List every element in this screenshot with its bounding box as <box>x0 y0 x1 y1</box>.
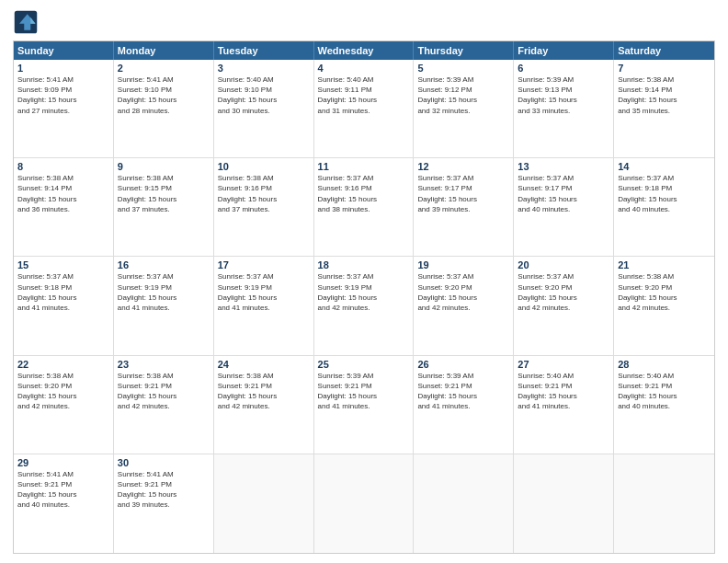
calendar-row: 22Sunrise: 5:38 AM Sunset: 9:20 PM Dayli… <box>14 356 714 454</box>
day-number: 25 <box>318 359 410 370</box>
day-info: Sunrise: 5:41 AM Sunset: 9:10 PM Dayligh… <box>118 75 210 116</box>
header-sunday: Sunday <box>14 41 114 60</box>
day-number: 18 <box>318 259 410 270</box>
day-number: 5 <box>417 63 509 74</box>
day-info: Sunrise: 5:38 AM Sunset: 9:15 PM Dayligh… <box>118 173 210 214</box>
day-info: Sunrise: 5:38 AM Sunset: 9:21 PM Dayligh… <box>118 371 210 412</box>
calendar-cell <box>514 454 614 553</box>
calendar-cell: 7Sunrise: 5:38 AM Sunset: 9:14 PM Daylig… <box>614 60 714 157</box>
calendar-cell: 13Sunrise: 5:37 AM Sunset: 9:17 PM Dayli… <box>514 158 614 256</box>
day-number: 24 <box>218 359 310 370</box>
calendar: Sunday Monday Tuesday Wednesday Thursday… <box>13 40 715 554</box>
day-info: Sunrise: 5:38 AM Sunset: 9:16 PM Dayligh… <box>218 173 310 214</box>
day-info: Sunrise: 5:39 AM Sunset: 9:21 PM Dayligh… <box>318 371 410 412</box>
day-number: 2 <box>118 63 210 74</box>
calendar-cell: 19Sunrise: 5:37 AM Sunset: 9:20 PM Dayli… <box>414 257 514 354</box>
day-info: Sunrise: 5:40 AM Sunset: 9:21 PM Dayligh… <box>618 371 711 412</box>
day-info: Sunrise: 5:37 AM Sunset: 9:17 PM Dayligh… <box>417 173 509 214</box>
day-number: 3 <box>218 63 310 74</box>
calendar-body: 1Sunrise: 5:41 AM Sunset: 9:09 PM Daylig… <box>14 60 714 553</box>
calendar-cell: 25Sunrise: 5:39 AM Sunset: 9:21 PM Dayli… <box>314 356 415 454</box>
day-number: 12 <box>417 161 509 172</box>
calendar-cell: 18Sunrise: 5:37 AM Sunset: 9:19 PM Dayli… <box>314 257 415 354</box>
calendar-cell: 15Sunrise: 5:37 AM Sunset: 9:18 PM Dayli… <box>14 257 114 354</box>
calendar-header: Sunday Monday Tuesday Wednesday Thursday… <box>14 41 714 60</box>
day-number: 10 <box>218 161 310 172</box>
day-info: Sunrise: 5:40 AM Sunset: 9:10 PM Dayligh… <box>218 75 310 116</box>
day-info: Sunrise: 5:37 AM Sunset: 9:19 PM Dayligh… <box>118 271 210 313</box>
header-friday: Friday <box>514 41 614 60</box>
calendar-cell: 6Sunrise: 5:39 AM Sunset: 9:13 PM Daylig… <box>514 60 614 157</box>
day-number: 22 <box>17 359 109 370</box>
day-number: 8 <box>17 161 109 172</box>
day-info: Sunrise: 5:37 AM Sunset: 9:18 PM Dayligh… <box>618 173 711 214</box>
day-number: 15 <box>17 259 109 270</box>
calendar-cell: 29Sunrise: 5:41 AM Sunset: 9:21 PM Dayli… <box>14 454 114 553</box>
calendar-row: 29Sunrise: 5:41 AM Sunset: 9:21 PM Dayli… <box>14 454 714 553</box>
calendar-cell: 11Sunrise: 5:37 AM Sunset: 9:16 PM Dayli… <box>314 158 415 256</box>
logo-icon <box>13 9 39 35</box>
day-number: 1 <box>17 63 109 74</box>
calendar-cell: 2Sunrise: 5:41 AM Sunset: 9:10 PM Daylig… <box>114 60 214 157</box>
day-number: 19 <box>417 259 509 270</box>
day-info: Sunrise: 5:41 AM Sunset: 9:21 PM Dayligh… <box>118 469 210 511</box>
day-info: Sunrise: 5:38 AM Sunset: 9:14 PM Dayligh… <box>17 173 109 214</box>
calendar-cell: 23Sunrise: 5:38 AM Sunset: 9:21 PM Dayli… <box>114 356 214 454</box>
calendar-cell: 28Sunrise: 5:40 AM Sunset: 9:21 PM Dayli… <box>614 356 714 454</box>
day-info: Sunrise: 5:37 AM Sunset: 9:19 PM Dayligh… <box>218 271 310 313</box>
day-number: 21 <box>618 259 711 270</box>
day-number: 20 <box>518 259 609 270</box>
calendar-row: 1Sunrise: 5:41 AM Sunset: 9:09 PM Daylig… <box>14 60 714 158</box>
calendar-cell: 10Sunrise: 5:38 AM Sunset: 9:16 PM Dayli… <box>214 158 314 256</box>
calendar-cell: 30Sunrise: 5:41 AM Sunset: 9:21 PM Dayli… <box>114 454 214 553</box>
calendar-cell: 26Sunrise: 5:39 AM Sunset: 9:21 PM Dayli… <box>414 356 514 454</box>
calendar-cell <box>614 454 714 553</box>
calendar-cell: 9Sunrise: 5:38 AM Sunset: 9:15 PM Daylig… <box>114 158 214 256</box>
calendar-cell: 22Sunrise: 5:38 AM Sunset: 9:20 PM Dayli… <box>14 356 114 454</box>
day-info: Sunrise: 5:37 AM Sunset: 9:18 PM Dayligh… <box>17 271 109 313</box>
day-number: 29 <box>17 457 109 468</box>
day-info: Sunrise: 5:38 AM Sunset: 9:21 PM Dayligh… <box>218 371 310 412</box>
day-info: Sunrise: 5:40 AM Sunset: 9:21 PM Dayligh… <box>518 371 609 412</box>
day-number: 26 <box>417 359 509 370</box>
header-tuesday: Tuesday <box>214 41 314 60</box>
day-number: 4 <box>318 63 410 74</box>
header <box>13 9 715 35</box>
day-number: 14 <box>618 161 711 172</box>
calendar-cell: 1Sunrise: 5:41 AM Sunset: 9:09 PM Daylig… <box>14 60 114 157</box>
header-saturday: Saturday <box>614 41 714 60</box>
day-info: Sunrise: 5:41 AM Sunset: 9:21 PM Dayligh… <box>17 469 109 511</box>
calendar-cell <box>414 454 514 553</box>
day-info: Sunrise: 5:39 AM Sunset: 9:21 PM Dayligh… <box>417 371 509 412</box>
day-info: Sunrise: 5:38 AM Sunset: 9:20 PM Dayligh… <box>17 371 109 412</box>
logo <box>13 9 42 35</box>
header-thursday: Thursday <box>414 41 514 60</box>
header-monday: Monday <box>114 41 214 60</box>
day-info: Sunrise: 5:39 AM Sunset: 9:12 PM Dayligh… <box>417 75 509 116</box>
calendar-cell: 3Sunrise: 5:40 AM Sunset: 9:10 PM Daylig… <box>214 60 314 157</box>
day-info: Sunrise: 5:37 AM Sunset: 9:17 PM Dayligh… <box>518 173 609 214</box>
calendar-cell: 5Sunrise: 5:39 AM Sunset: 9:12 PM Daylig… <box>414 60 514 157</box>
day-info: Sunrise: 5:39 AM Sunset: 9:13 PM Dayligh… <box>518 75 609 116</box>
day-info: Sunrise: 5:37 AM Sunset: 9:19 PM Dayligh… <box>318 271 410 313</box>
calendar-cell: 20Sunrise: 5:37 AM Sunset: 9:20 PM Dayli… <box>514 257 614 354</box>
calendar-cell: 27Sunrise: 5:40 AM Sunset: 9:21 PM Dayli… <box>514 356 614 454</box>
day-info: Sunrise: 5:38 AM Sunset: 9:14 PM Dayligh… <box>618 75 711 116</box>
day-number: 28 <box>618 359 711 370</box>
calendar-cell <box>314 454 415 553</box>
calendar-cell: 24Sunrise: 5:38 AM Sunset: 9:21 PM Dayli… <box>214 356 314 454</box>
calendar-cell: 21Sunrise: 5:38 AM Sunset: 9:20 PM Dayli… <box>614 257 714 354</box>
day-info: Sunrise: 5:37 AM Sunset: 9:16 PM Dayligh… <box>318 173 410 214</box>
day-info: Sunrise: 5:40 AM Sunset: 9:11 PM Dayligh… <box>318 75 410 116</box>
day-number: 7 <box>618 63 711 74</box>
day-number: 11 <box>318 161 410 172</box>
day-number: 9 <box>118 161 210 172</box>
day-info: Sunrise: 5:37 AM Sunset: 9:20 PM Dayligh… <box>518 271 609 313</box>
calendar-cell: 4Sunrise: 5:40 AM Sunset: 9:11 PM Daylig… <box>314 60 415 157</box>
day-number: 17 <box>218 259 310 270</box>
day-number: 27 <box>518 359 609 370</box>
day-number: 16 <box>118 259 210 270</box>
day-info: Sunrise: 5:38 AM Sunset: 9:20 PM Dayligh… <box>618 271 711 313</box>
day-number: 6 <box>518 63 609 74</box>
header-wednesday: Wednesday <box>314 41 415 60</box>
